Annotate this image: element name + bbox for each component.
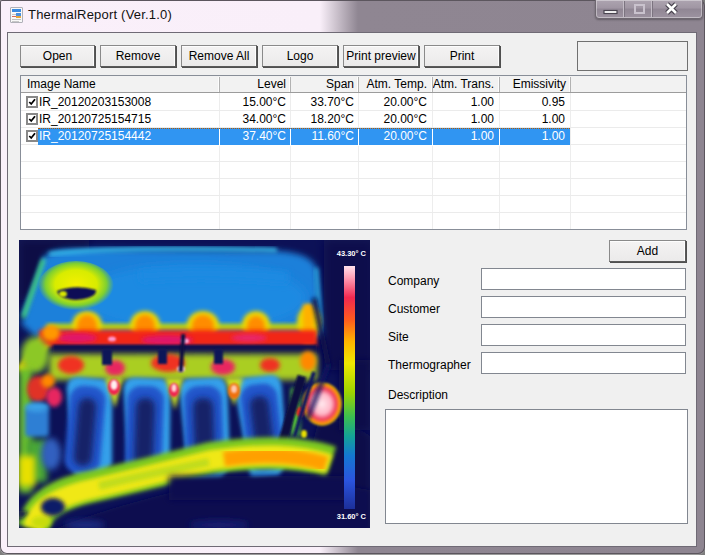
svg-text:31.60° C: 31.60° C xyxy=(337,512,367,521)
svg-text:43.30° C: 43.30° C xyxy=(337,249,367,258)
